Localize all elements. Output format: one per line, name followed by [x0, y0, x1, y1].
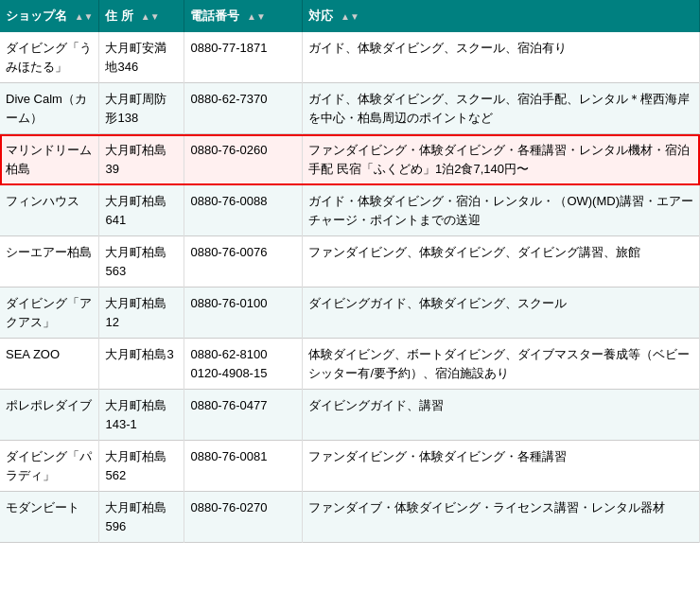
cell-phone: 0880-76-0088 [184, 185, 303, 236]
table-row: ダイビング「うみほたる」大月町安満地3460880-77-1871ガイド、体験ダ… [0, 32, 700, 83]
table-row: マリンドリーム柏島大月町柏島390880-76-0260ファンダイビング・体験ダ… [0, 134, 700, 185]
cell-phone: 0880-76-0100 [184, 288, 303, 339]
cell-shop-name: ダイビング「パラディ」 [0, 441, 99, 492]
cell-phone: 0880-76-0260 [184, 134, 303, 185]
cell-address: 大月町柏島641 [99, 185, 184, 236]
cell-shop-name: SEA ZOO [0, 339, 99, 390]
table-row: ポレポレダイブ大月町柏島143-10880-76-0477ダイビングガイド、講習 [0, 390, 700, 441]
table-row: ダイビング「アクアス」大月町柏島120880-76-0100ダイビングガイド、体… [0, 288, 700, 339]
cell-service: ファンダイビング・体験ダイビング・各種講習・レンタル機材・宿泊手配 民宿「ふくど… [303, 134, 700, 185]
cell-address: 大月町柏島563 [99, 236, 184, 288]
header-address: 住 所 ▲▼ [99, 0, 184, 32]
cell-address: 大月町柏島143-1 [99, 390, 184, 441]
cell-phone: 0880-76-0477 [184, 390, 303, 441]
table-row: SEA ZOO大月町柏島30880-62-8100 0120-4908-15体験… [0, 339, 700, 390]
table-row: ダイビング「パラディ」大月町柏島5620880-76-0081ファンダイビング・… [0, 441, 700, 492]
cell-address: 大月町柏島562 [99, 441, 184, 492]
cell-service: ダイビングガイド、体験ダイビング、スクール [303, 288, 700, 339]
cell-shop-name: ダイビング「うみほたる」 [0, 32, 99, 83]
cell-address: 大月町柏島596 [99, 492, 184, 543]
cell-service: ガイド・体験ダイビング・宿泊・レンタル・（OW)(MD)講習・エアーチャージ・ポ… [303, 185, 700, 236]
sort-icon-service[interactable]: ▲▼ [341, 11, 359, 22]
cell-address: 大月町柏島39 [99, 134, 184, 185]
table-body: ダイビング「うみほたる」大月町安満地3460880-77-1871ガイド、体験ダ… [0, 32, 700, 543]
cell-address: 大月町柏島3 [99, 339, 184, 390]
cell-phone: 0880-76-0270 [184, 492, 303, 543]
cell-shop-name: Dive Calm（カーム） [0, 83, 99, 134]
header-name: ショップ名 ▲▼ [0, 0, 99, 32]
cell-shop-name: ダイビング「アクアス」 [0, 288, 99, 339]
cell-shop-name: マリンドリーム柏島 [0, 134, 99, 185]
table-row: シーエアー柏島大月町柏島5630880-76-0076ファンダイビング、体験ダイ… [0, 236, 700, 288]
cell-address: 大月町柏島12 [99, 288, 184, 339]
cell-service: 体験ダイビング、ボートダイビング、ダイブマスター養成等（ベビーシッター有/要予約… [303, 339, 700, 390]
cell-phone: 0880-62-8100 0120-4908-15 [184, 339, 303, 390]
cell-service: ガイド、体験ダイビング、スクール、宿泊手配、レンタル＊樫西海岸を中心・柏島周辺の… [303, 83, 700, 134]
cell-service: ファンダイビング、体験ダイビング、ダイビング講習、旅館 [303, 236, 700, 288]
header-phone: 電話番号 ▲▼ [184, 0, 303, 32]
cell-shop-name: フィンハウス [0, 185, 99, 236]
cell-phone: 0880-77-1871 [184, 32, 303, 83]
cell-service: ファンダイブ・体験ダイビング・ライセンス講習・レンタル器材 [303, 492, 700, 543]
sort-icon-name[interactable]: ▲▼ [75, 11, 94, 22]
sort-icon-phone[interactable]: ▲▼ [247, 11, 266, 22]
table-header: ショップ名 ▲▼ 住 所 ▲▼ 電話番号 ▲▼ 対応 ▲▼ [0, 0, 700, 32]
table-row: フィンハウス大月町柏島6410880-76-0088ガイド・体験ダイビング・宿泊… [0, 185, 700, 236]
header-service: 対応 ▲▼ [303, 0, 700, 32]
cell-phone: 0880-76-0081 [184, 441, 303, 492]
sort-icon-address[interactable]: ▲▼ [141, 11, 160, 22]
cell-service: ファンダイビング・体験ダイビング・各種講習 [303, 441, 700, 492]
cell-address: 大月町安満地346 [99, 32, 184, 83]
table-row: モダンビート大月町柏島5960880-76-0270ファンダイブ・体験ダイビング… [0, 492, 700, 543]
cell-shop-name: ポレポレダイブ [0, 390, 99, 441]
table-row: Dive Calm（カーム）大月町周防形1380880-62-7370ガイド、体… [0, 83, 700, 134]
cell-service: ダイビングガイド、講習 [303, 390, 700, 441]
cell-phone: 0880-76-0076 [184, 236, 303, 288]
cell-address: 大月町周防形138 [99, 83, 184, 134]
dive-shops-table: ショップ名 ▲▼ 住 所 ▲▼ 電話番号 ▲▼ 対応 ▲▼ ダイビング「うみほた… [0, 0, 700, 543]
cell-phone: 0880-62-7370 [184, 83, 303, 134]
cell-shop-name: シーエアー柏島 [0, 236, 99, 288]
cell-service: ガイド、体験ダイビング、スクール、宿泊有り [303, 32, 700, 83]
cell-shop-name: モダンビート [0, 492, 99, 543]
